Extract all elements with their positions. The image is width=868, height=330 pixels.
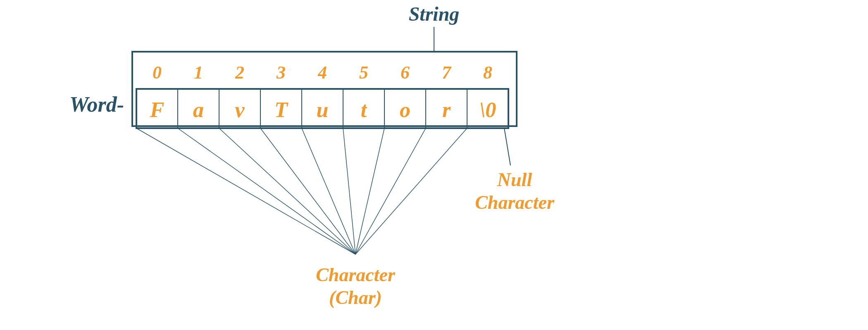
index-7: 7: [442, 62, 452, 83]
cell-row: 0F1a2v3T4u5t6o7r8\0: [136, 62, 508, 128]
char-3: T: [274, 98, 289, 122]
char-8: \0: [479, 98, 496, 122]
fan-line: [355, 128, 467, 254]
char-6: o: [400, 98, 410, 122]
string-title: String: [409, 3, 460, 25]
null-pointer: [504, 128, 510, 165]
string-diagram: String Word- 0F1a2v3T4u5t6o7r8\0 Charact…: [0, 0, 868, 330]
index-2: 2: [235, 62, 244, 83]
character-fan-lines: [136, 128, 467, 254]
char-label-1: Character: [316, 264, 396, 285]
index-1: 1: [194, 62, 203, 83]
index-0: 0: [153, 62, 162, 83]
fan-line: [219, 128, 355, 254]
fan-line: [355, 128, 426, 254]
char-4: u: [317, 98, 329, 122]
null-label-2: Character: [475, 192, 555, 213]
word-label: Word-: [69, 93, 124, 116]
char-7: r: [442, 98, 451, 122]
index-8: 8: [483, 62, 492, 83]
index-4: 4: [317, 62, 327, 83]
char-5: t: [361, 98, 367, 122]
index-3: 3: [276, 62, 286, 83]
null-label-1: Null: [497, 169, 532, 190]
fan-line: [355, 128, 384, 254]
char-1: a: [193, 98, 204, 122]
char-label-2: (Char): [329, 287, 382, 308]
index-6: 6: [401, 62, 410, 83]
fan-line: [260, 128, 355, 254]
index-5: 5: [359, 62, 368, 83]
char-2: v: [235, 98, 245, 122]
fan-line: [136, 128, 355, 254]
fan-line: [343, 128, 355, 254]
char-0: F: [150, 98, 165, 122]
